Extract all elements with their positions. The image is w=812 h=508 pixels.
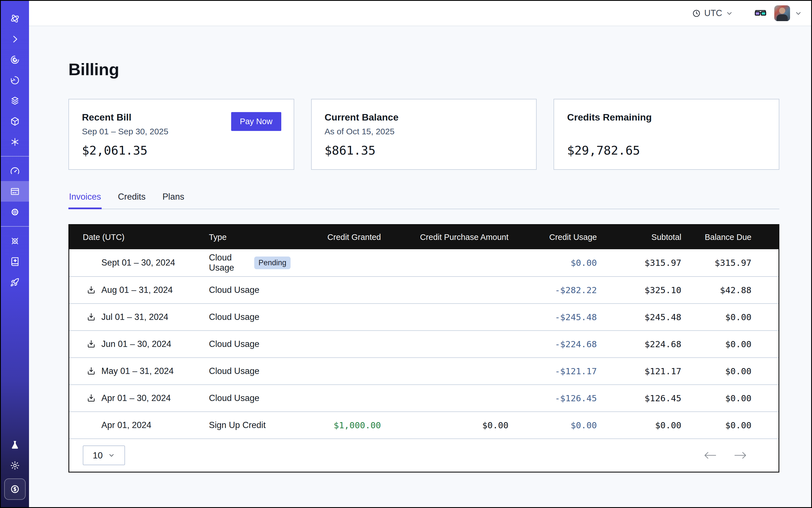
sidebar-item-labs[interactable] xyxy=(1,434,29,455)
billing-card-icon xyxy=(10,186,20,197)
balance-due-value: $0.00 xyxy=(681,366,752,376)
balance-due-value: $0.00 xyxy=(681,312,752,322)
download-invoice-icon[interactable] xyxy=(86,312,96,322)
credits-remaining-card: Credits Remaining $29,782.65 xyxy=(554,99,779,170)
invoice-type: Sign Up Credit xyxy=(209,420,266,430)
col-header-balance-due: Balance Due xyxy=(681,232,752,242)
card-title: Current Balance xyxy=(325,112,523,123)
download-invoice-icon[interactable] xyxy=(86,393,96,403)
credit-usage-value: -$245.48 xyxy=(509,312,597,322)
eye-iris-icon xyxy=(10,55,20,65)
sidebar-item-support[interactable] xyxy=(1,230,29,251)
sidebar-item-packages[interactable] xyxy=(1,111,29,131)
invoice-row: Jun 01 – 30, 2024 Cloud Usage -$224.68 $… xyxy=(69,330,778,357)
invoice-date: Apr 01, 2024 xyxy=(101,420,152,430)
balance-due-value: $0.00 xyxy=(681,339,752,349)
dollar-badge-icon xyxy=(9,484,20,495)
dev-mode-toggle[interactable] xyxy=(754,7,767,20)
download-invoice-icon[interactable] xyxy=(86,285,96,295)
recent-bill-card: Recent Bill Sep 01 – Sep 30, 2025 $2,061… xyxy=(69,99,294,170)
invoices-table: Date (UTC) Type Credit Granted Credit Pu… xyxy=(69,224,779,472)
tab-invoices[interactable]: Invoices xyxy=(69,192,102,209)
invoice-type: Cloud Usage xyxy=(209,285,259,295)
col-header-type: Type xyxy=(209,232,291,242)
table-footer: 10 xyxy=(69,438,778,472)
invoice-type: Cloud Usage xyxy=(209,312,259,322)
sidebar-item-settings[interactable] xyxy=(1,202,29,222)
invoice-row: Aug 01 – 31, 2024 Cloud Usage -$282.22 $… xyxy=(69,276,778,303)
app-window: UTC Billing Recent Bill Sep 01 – Sep 30,… xyxy=(0,0,812,508)
download-invoice-icon[interactable] xyxy=(86,339,96,349)
user-avatar[interactable] xyxy=(774,5,790,21)
summary-cards: Recent Bill Sep 01 – Sep 30, 2025 $2,061… xyxy=(69,99,779,170)
pay-now-button[interactable]: Pay Now xyxy=(231,112,281,131)
sidebar-item-layers[interactable] xyxy=(1,90,29,111)
logo-orbit-icon xyxy=(10,13,20,24)
sidebar-item-theme[interactable] xyxy=(1,455,29,476)
balance-due-value: $315.97 xyxy=(681,258,752,268)
credit-usage-value: -$282.22 xyxy=(509,285,597,295)
invoice-date: Jul 01 – 31, 2024 xyxy=(101,312,168,322)
download-invoice-icon[interactable] xyxy=(86,366,96,376)
sidebar-item-logo[interactable] xyxy=(1,8,29,29)
glasses-icon xyxy=(754,7,767,20)
balance-due-value: $0.00 xyxy=(681,393,752,403)
subtotal-value: $315.97 xyxy=(597,258,681,268)
timezone-selector[interactable]: UTC xyxy=(692,8,733,18)
cube-icon xyxy=(10,116,20,126)
sidebar-item-credits[interactable] xyxy=(4,478,26,500)
credit-usage-value: -$126.45 xyxy=(509,393,597,403)
invoice-date: May 01 – 31, 2024 xyxy=(101,366,174,376)
current-balance-amount: $861.35 xyxy=(325,143,523,158)
chevron-down-icon xyxy=(726,9,733,17)
tab-credits[interactable]: Credits xyxy=(117,192,146,209)
sidebar-item-docs[interactable] xyxy=(1,251,29,272)
balance-due-value: $0.00 xyxy=(681,420,752,430)
card-title: Credits Remaining xyxy=(567,112,766,123)
asterisk-icon xyxy=(10,137,20,147)
account-menu-chevron-icon[interactable] xyxy=(795,9,802,17)
pending-status-badge: Pending xyxy=(254,257,291,269)
subtotal-value: $121.17 xyxy=(597,366,681,376)
col-header-credit-purchase: Credit Purchase Amount xyxy=(381,232,509,242)
sidebar-divider xyxy=(1,226,29,227)
topbar: UTC xyxy=(29,1,811,26)
sidebar-item-quickstart[interactable] xyxy=(1,272,29,292)
invoice-row: Apr 01 – 30, 2024 Cloud Usage -$126.45 $… xyxy=(69,384,778,412)
gauge-icon xyxy=(10,166,20,176)
flask-icon xyxy=(10,440,20,450)
sidebar-item-history[interactable] xyxy=(1,70,29,90)
book-sparkle-icon xyxy=(10,257,20,267)
credit-usage-value: $0.00 xyxy=(509,258,597,268)
sidebar-item-usage[interactable] xyxy=(1,161,29,181)
invoice-date: Apr 01 – 30, 2024 xyxy=(101,393,171,403)
invoice-type: Cloud Usage xyxy=(209,253,250,273)
sidebar-divider xyxy=(1,156,29,157)
pagination-arrows xyxy=(703,451,752,460)
clock-icon xyxy=(692,9,701,18)
sidebar-item-billing[interactable] xyxy=(1,181,29,202)
invoice-row: May 01 – 31, 2024 Cloud Usage -$121.17 $… xyxy=(69,357,778,384)
page-title: Billing xyxy=(69,60,779,79)
credit-purchase-value: $0.00 xyxy=(381,420,509,430)
col-header-credit-usage: Credit Usage xyxy=(509,232,597,242)
subtotal-value: $224.68 xyxy=(597,339,681,349)
invoice-date: Jun 01 – 30, 2024 xyxy=(101,339,171,349)
col-header-credit-granted: Credit Granted xyxy=(291,232,381,242)
tab-plans[interactable]: Plans xyxy=(162,192,185,209)
sidebar-item-expand[interactable] xyxy=(1,29,29,49)
invoice-row: Jul 01 – 31, 2024 Cloud Usage -$245.48 $… xyxy=(69,303,778,330)
col-header-date: Date (UTC) xyxy=(83,232,209,242)
credit-usage-value: -$121.17 xyxy=(509,366,597,376)
sidebar-item-services[interactable] xyxy=(1,131,29,152)
sidebar-item-observability[interactable] xyxy=(1,49,29,70)
timer-icon xyxy=(10,75,20,85)
page-size-value: 10 xyxy=(93,450,103,461)
credits-badge-button[interactable] xyxy=(4,478,26,500)
credit-usage-value: -$224.68 xyxy=(509,339,597,349)
next-page-button[interactable] xyxy=(734,451,747,460)
page-size-select[interactable]: 10 xyxy=(83,446,125,465)
table-header: Date (UTC) Type Credit Granted Credit Pu… xyxy=(69,225,778,249)
previous-page-button[interactable] xyxy=(703,451,717,460)
chevron-down-icon xyxy=(108,452,115,459)
